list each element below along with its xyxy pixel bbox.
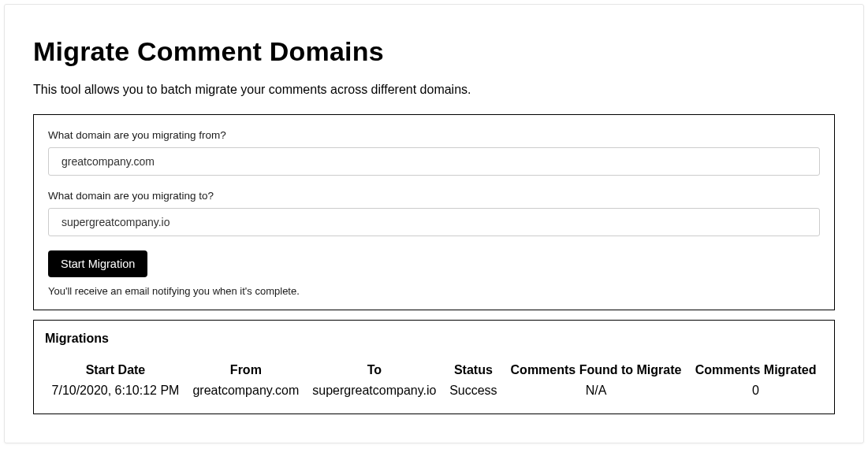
- cell-found: N/A: [504, 384, 688, 399]
- to-domain-label: What domain are you migrating to?: [48, 190, 820, 202]
- page-description: This tool allows you to batch migrate yo…: [33, 83, 835, 97]
- cell-status: Success: [443, 384, 504, 399]
- cell-from: greatcompany.com: [186, 384, 306, 399]
- start-migration-button[interactable]: Start Migration: [48, 250, 147, 277]
- cell-to: supergreatcompany.io: [306, 384, 443, 399]
- page-container: Migrate Comment Domains This tool allows…: [4, 4, 864, 443]
- table-row: 7/10/2020, 6:10:12 PM greatcompany.com s…: [45, 384, 823, 399]
- col-to: To: [306, 360, 443, 384]
- col-from: From: [186, 360, 306, 384]
- to-domain-input[interactable]: [48, 208, 820, 236]
- page-title: Migrate Comment Domains: [33, 36, 835, 67]
- migrations-section: Migrations Start Date From To Status Com…: [33, 320, 835, 414]
- migrations-table: Start Date From To Status Comments Found…: [45, 360, 823, 399]
- col-found: Comments Found to Migrate: [504, 360, 688, 384]
- from-domain-input[interactable]: [48, 147, 820, 176]
- col-migrated: Comments Migrated: [688, 360, 823, 384]
- cell-migrated: 0: [688, 384, 823, 399]
- col-start-date: Start Date: [45, 360, 186, 384]
- cell-start-date: 7/10/2020, 6:10:12 PM: [45, 384, 186, 399]
- table-header-row: Start Date From To Status Comments Found…: [45, 360, 823, 384]
- migration-form: What domain are you migrating from? What…: [33, 114, 835, 310]
- migrations-title: Migrations: [45, 332, 823, 346]
- form-help-text: You'll receive an email notifying you wh…: [48, 285, 820, 297]
- from-domain-label: What domain are you migrating from?: [48, 129, 820, 141]
- col-status: Status: [443, 360, 504, 384]
